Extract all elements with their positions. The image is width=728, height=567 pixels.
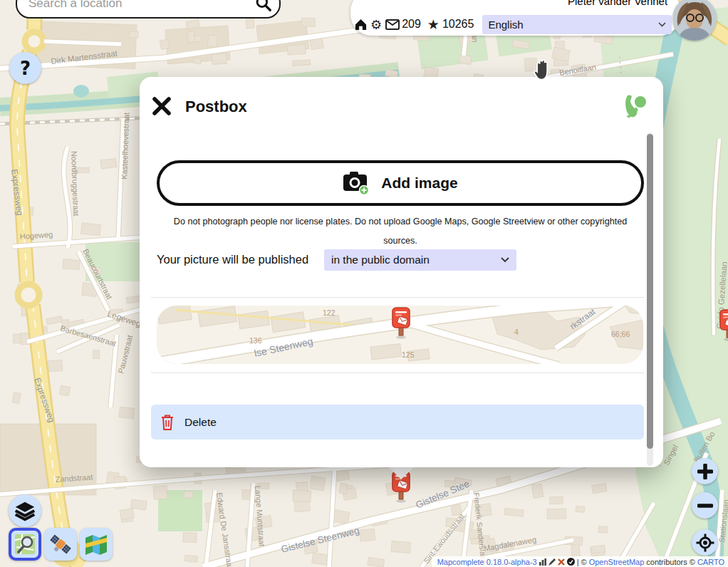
carto-link[interactable]: CARTO	[697, 558, 724, 566]
delete-button[interactable]: Delete	[151, 405, 644, 439]
messages-count[interactable]: 209	[402, 18, 421, 31]
geolocate-button[interactable]	[692, 529, 718, 556]
license-select[interactable]: in the public domain	[324, 249, 516, 271]
x-logo-icon[interactable]	[558, 558, 565, 566]
changesets-count[interactable]: 10265	[442, 18, 474, 31]
copyright-sign2: ©	[690, 558, 695, 566]
language-selected: English	[488, 19, 523, 31]
attribution-sep: |	[577, 558, 579, 566]
search-icon[interactable]	[255, 0, 272, 12]
user-toolbar-row: ⚙ 209 ★ 10265 English	[354, 14, 690, 34]
mail-icon[interactable]	[385, 19, 400, 30]
close-icon[interactable]	[152, 96, 172, 116]
search-input[interactable]	[27, 0, 255, 11]
map-style-osm-button[interactable]	[9, 528, 41, 561]
attribution-bar: Mapcomplete 0.18.0-alpha-3 | © OpenStree…	[432, 556, 728, 567]
app-window: Dirk Martensstraat Noordbruggestraat Kas…	[0, 0, 728, 567]
svg-text:122: 122	[323, 308, 336, 317]
divider	[151, 373, 644, 373]
svg-text:66;66: 66;66	[611, 330, 630, 338]
trash-icon	[160, 414, 175, 431]
popup-minimap[interactable]: 122 136 125 4 66;66 lse Steenweg rkstraa…	[157, 306, 643, 364]
osm-link[interactable]: OpenStreetMap	[589, 558, 645, 566]
map-style-map-button[interactable]	[80, 528, 113, 561]
osm-logo-icon	[624, 93, 648, 120]
hand-cursor	[529, 56, 554, 83]
add-image-button[interactable]: Add image	[157, 160, 644, 206]
osm-map-icon	[14, 533, 36, 556]
postbox-popup: Postbox Add image Do not photograph peop…	[140, 77, 663, 467]
help-button[interactable]: ?	[9, 52, 41, 84]
zoom-in-button[interactable]	[692, 458, 718, 484]
divider	[151, 297, 644, 298]
dark-circle-icon[interactable]	[567, 558, 575, 566]
contributors-text: contributors	[646, 558, 687, 566]
app-version-link[interactable]: Mapcomplete 0.18.0-alpha-3	[437, 558, 537, 566]
folded-map-icon	[84, 534, 108, 555]
satellite-icon	[48, 532, 73, 556]
svg-text:136: 136	[249, 336, 262, 345]
home-icon[interactable]	[354, 18, 368, 31]
crosshair-icon	[696, 534, 714, 552]
zoom-out-button[interactable]	[692, 492, 718, 519]
stats-icon[interactable]	[539, 558, 546, 566]
copyright-sign: ©	[581, 558, 587, 566]
layers-button[interactable]	[9, 494, 41, 527]
question-mark-icon: ?	[20, 58, 31, 79]
popup-scrollbar-thumb[interactable]	[647, 134, 653, 449]
search-bar	[16, 0, 281, 19]
license-label: Your picture will be published	[157, 253, 308, 266]
star-icon[interactable]: ★	[427, 16, 440, 32]
svg-text:125: 125	[402, 350, 415, 359]
camera-icon	[343, 171, 370, 195]
map-style-satellite-button[interactable]	[44, 528, 77, 561]
delete-label: Delete	[184, 416, 217, 429]
popup-title: Postbox	[185, 98, 247, 116]
postbox-marker-partial[interactable]	[718, 309, 728, 342]
add-image-label: Add image	[381, 175, 457, 192]
license-selected: in the public domain	[331, 254, 430, 266]
username-label[interactable]: Pieter vander Vennet	[568, 0, 667, 7]
chevron-down-icon	[658, 22, 666, 27]
settings-gear-icon[interactable]: ⚙	[370, 17, 382, 32]
layers-icon	[14, 500, 36, 521]
plus-icon	[697, 464, 713, 479]
language-select[interactable]: English	[482, 15, 672, 34]
popup-tail	[387, 467, 415, 481]
edit-pencil-icon[interactable]	[548, 558, 556, 566]
svg-text:4: 4	[514, 328, 519, 336]
minus-icon	[697, 498, 713, 514]
chevron-down-icon	[501, 257, 509, 263]
popup-scrollbar[interactable]	[647, 132, 653, 466]
image-disclaimer: Do not photograph people nor license pla…	[161, 212, 640, 251]
